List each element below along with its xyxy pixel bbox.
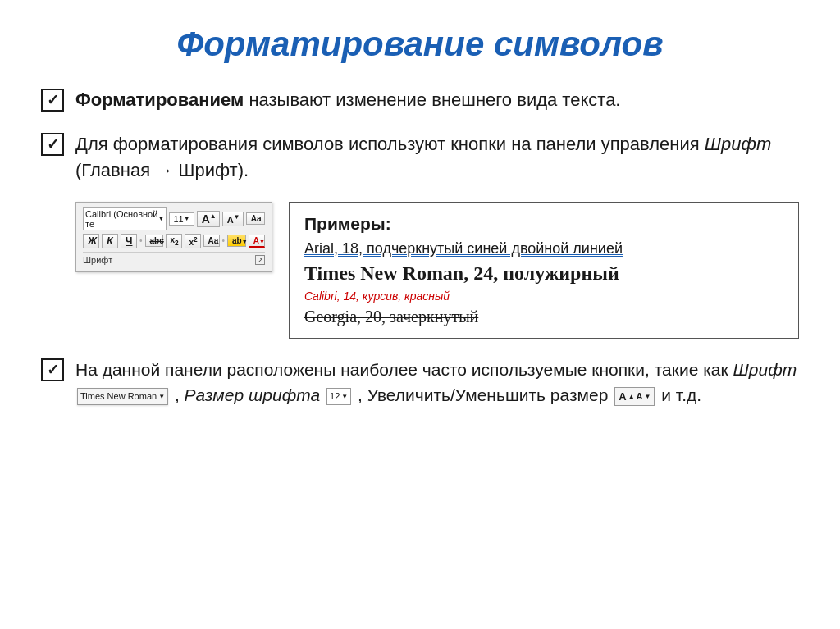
example-calibri: Calibri, 14, курсив, красный [304,289,783,303]
size-dropdown-arrow: ▼ [184,215,190,222]
font-size-dropdown[interactable]: 11 ▼ [169,212,194,226]
bullet3-text2: , [175,385,185,404]
font-panel-label: Шрифт ↗ [83,252,265,265]
demo-area: Calibri (Основной те ▼ 11 ▼ A▲ A▼ Aa Ж К… [75,202,799,339]
font-label-text: Шрифт [83,255,112,265]
decrease-superscript: ▼ [645,392,651,402]
example-arial: Arial, 18, подчеркнутый синей двойной ли… [304,240,783,258]
bullet3-text3: , Увеличить/Уменьшить размер [358,385,608,404]
bullet2-text1: Для форматирования символов используют к… [75,134,705,154]
bullet1-rest: называют изменение внешнего вида текста. [244,89,620,110]
font-btn-highlight[interactable]: ab▼ [227,235,246,247]
expand-icon[interactable]: ↗ [255,255,265,265]
examples-title: Примеры: [304,214,783,234]
bullet3-text1: На данной панели расположены наиболее ча… [75,360,733,379]
font-btn-subscript[interactable]: x2 [166,234,182,248]
bullet-item-1: Форматированием называют изменение внешн… [41,87,799,113]
font-name-dropdown[interactable]: Calibri (Основной те ▼ [83,207,167,230]
bullet3-text4: и т.д. [661,385,701,404]
font-panel-row2: Ж К Ч • abc x2 x2 Aa • ab▼ A▼ [83,234,265,248]
font-label-row: Шрифт ↗ [83,255,265,265]
separator1: • [139,236,143,245]
inline-size-text: 12 [330,390,340,403]
example-georgia: Georgia, 20, зачеркнутый [304,308,783,326]
font-btn-underline[interactable]: Ч [121,234,137,248]
inline-size-arrow: ▼ [341,392,348,402]
font-panel: Calibri (Основной те ▼ 11 ▼ A▲ A▼ Aa Ж К… [75,202,272,272]
inline-font-arrow: ▼ [158,392,165,402]
example-times: Times New Roman, 24, полужирный [304,262,783,285]
inline-size-box[interactable]: 12 ▼ [326,388,351,405]
checkbox-icon-1 [41,89,64,112]
font-btn-A-small[interactable]: A▼ [222,212,244,226]
bullet-item-2: Для форматирования символов используют к… [41,131,799,184]
inline-font-size-buttons[interactable]: A▲ A▼ [614,387,655,407]
font-btn-bold[interactable]: Ж [83,234,99,248]
examples-box: Примеры: Arial, 18, подчеркнутый синей д… [289,202,799,339]
inline-decrease-font[interactable]: A [637,390,643,403]
bullet2-text3: Шрифт). [173,160,249,180]
inline-font-dropdown[interactable]: Times New Roman ▼ [77,388,168,405]
font-btn-strikethrough[interactable]: abc [145,235,163,247]
bullet2-arrow: → [155,160,173,180]
font-btn-superscript[interactable]: x2 [185,234,201,248]
increase-superscript: ▲ [628,392,635,402]
bullet-text-1: Форматированием называют изменение внешн… [75,87,799,113]
separator2: • [222,236,226,245]
bullet2-italic1: Шрифт [705,134,771,154]
page-title: Форматирование символов [41,25,799,64]
bullet2-text2: (Главная [75,160,155,180]
inline-increase-font[interactable]: A [619,389,626,405]
bullet3-italic1: Шрифт [733,360,797,379]
font-name-text: Calibri (Основной те [85,209,158,229]
bullet-item-3: На данной панели расположены наиболее ча… [41,357,799,408]
font-btn-color[interactable]: A▼ [249,235,265,248]
bullet-text-3: На данной панели расположены наиболее ча… [75,357,799,408]
font-btn-aa[interactable]: Aa [246,212,265,225]
bullet3-italic2: Размер шрифта [185,385,321,404]
font-btn-italic[interactable]: К [102,234,118,248]
checkbox-icon-2 [41,133,64,156]
font-size-text: 11 [173,214,183,224]
font-btn-case[interactable]: Aa [203,235,220,247]
inline-font-name: Times New Roman [80,390,157,403]
bullet1-bold: Форматированием [75,89,244,110]
font-dropdown-arrow: ▼ [158,215,165,222]
font-panel-row1: Calibri (Основной те ▼ 11 ▼ A▲ A▼ Aa [83,207,265,230]
checkbox-icon-3 [41,358,64,381]
font-btn-A-large[interactable]: A▲ [197,211,220,227]
bullet-text-2: Для форматирования символов используют к… [75,131,799,184]
